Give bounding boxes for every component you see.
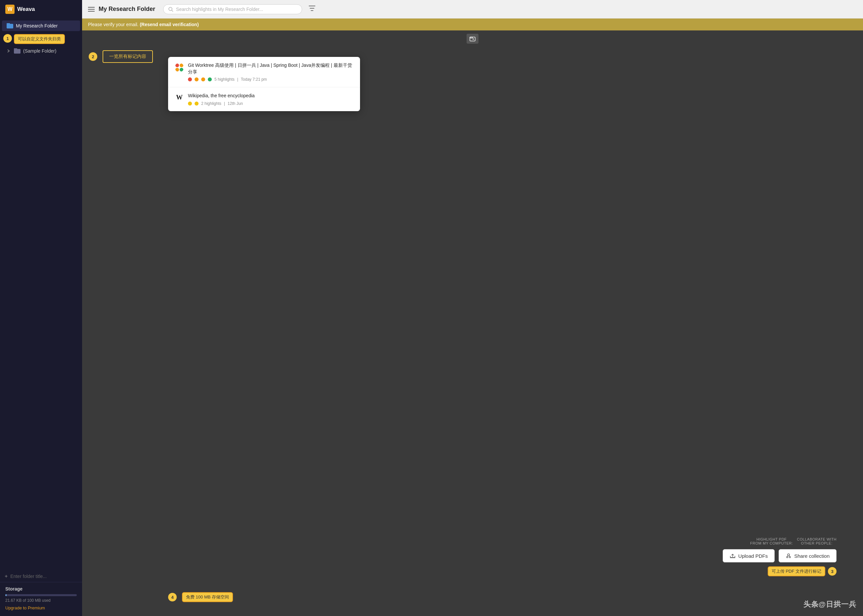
share-collection-label: Share collection: [794, 553, 830, 559]
annotation-number-3: 3: [828, 567, 836, 576]
verify-bar: Please verify your email. (Resend email …: [82, 19, 863, 30]
sidebar-header: W Weava: [0, 0, 82, 19]
svg-rect-0: [6, 24, 13, 28]
content-area: 2 一览所有标记内容 Git Worktree: [82, 30, 863, 616]
favicon-wiki: W: [175, 93, 184, 102]
card-item-header-wiki: W Wikipedia, the free encyclopedia 2 hig…: [175, 93, 354, 106]
sidebar-item-sample[interactable]: (Sample Folder): [2, 46, 80, 56]
upload-section-label: HIGHLIGHT PDF FROM MY COMPUTER:: [750, 537, 793, 545]
svg-point-4: [169, 7, 172, 11]
upload-pdfs-button[interactable]: Upload PDFs: [723, 549, 775, 563]
action-area: HIGHLIGHT PDF FROM MY COMPUTER: COLLABOR…: [723, 537, 836, 576]
verify-message: Please verify your email.: [88, 22, 140, 27]
folder-list: My Research Folder 1 可以自定义文件夹归类 (Sample …: [0, 19, 82, 571]
folder-label: My Research Folder: [16, 23, 58, 28]
upload-pdfs-label: Upload PDFs: [738, 553, 768, 559]
highlights-count-git: 5 highlights: [214, 77, 234, 82]
search-input[interactable]: [176, 6, 297, 12]
svg-line-5: [172, 10, 173, 12]
resend-verification-link[interactable]: (Resend email verification): [140, 22, 198, 27]
storage-annotation-area: 4 免费 100 MB 存储空间: [168, 592, 233, 602]
storage-label: Storage: [5, 586, 77, 591]
meta-dot-red: [188, 77, 192, 82]
svg-line-14: [789, 555, 789, 556]
svg-point-11: [786, 556, 788, 558]
favicon-git: [175, 63, 184, 72]
svg-rect-7: [470, 37, 473, 38]
dot-green: [180, 68, 183, 71]
sidebar-item-my-research[interactable]: My Research Folder: [2, 20, 80, 31]
watermark: 头条@日拱一兵: [803, 599, 857, 610]
sample-folder-label: (Sample Folder): [23, 48, 56, 53]
meta-separator-wiki: |: [224, 101, 225, 106]
dot-orange1: [180, 63, 183, 67]
annotation-number-2: 2: [89, 52, 97, 61]
annotation-1-area: 1 可以自定义文件夹归类: [3, 32, 82, 45]
share-collection-button[interactable]: Share collection: [779, 549, 836, 563]
card-meta-git: 5 highlights | Today 7:21 pm: [188, 77, 354, 82]
storage-bar-fill: [5, 594, 6, 596]
meta-dot-orange1: [195, 77, 198, 82]
annotation-bubble-3: 可上传 PDF 文件进行标记: [768, 566, 825, 576]
meta-dot-green: [208, 77, 212, 82]
add-folder-icon: [470, 36, 476, 42]
card-item-header-git: Git Worktree 高级使用 | 日拼一兵 | Java | Spring…: [175, 62, 354, 82]
app-name: Weava: [17, 6, 35, 13]
search-bar: [163, 4, 302, 14]
folder-icon: [6, 23, 13, 28]
card-meta-wiki: 2 highlights | 12th Jun: [188, 101, 255, 106]
card-time-git: Today 7:21 pm: [241, 77, 267, 82]
upgrade-link[interactable]: Upgrade to Premium: [5, 605, 45, 610]
action-buttons: Upload PDFs Share collection: [723, 549, 836, 563]
svg-point-12: [789, 556, 791, 558]
main-content: My Research Folder Please verify your em…: [82, 0, 863, 616]
svg-line-13: [788, 555, 788, 556]
topbar: My Research Folder: [82, 0, 863, 19]
annotation-number-4: 4: [168, 593, 177, 602]
annotation-bubble-1: 可以自定义文件夹归类: [14, 34, 65, 44]
meta-dot-yellow2: [195, 102, 198, 105]
svg-rect-3: [14, 48, 17, 49]
chevron-right-icon: [6, 49, 11, 53]
card-title-git: Git Worktree 高级使用 | 日拼一兵 | Java | Spring…: [188, 62, 354, 75]
page-title: My Research Folder: [99, 6, 155, 13]
svg-rect-1: [6, 23, 10, 24]
highlights-count-wiki: 2 highlights: [201, 101, 222, 106]
add-highlight-area: [82, 30, 863, 47]
filter-icon[interactable]: [309, 5, 315, 13]
svg-rect-2: [14, 49, 20, 53]
card-content-git: Git Worktree 高级使用 | 日拼一兵 | Java | Spring…: [188, 62, 354, 82]
storage-used-text: 21.67 KB of 100 MB used: [5, 598, 77, 603]
add-highlight-button[interactable]: [467, 34, 478, 44]
annotation-3-area: 可上传 PDF 文件进行标记 3: [768, 566, 836, 576]
view-all-button[interactable]: 一览所有标记内容: [102, 50, 153, 63]
weava-logo: W: [5, 5, 14, 14]
share-icon: [786, 553, 792, 559]
hamburger-button[interactable]: [88, 7, 94, 12]
upload-icon: [729, 553, 736, 559]
sidebar: W Weava My Research Folder 1 可以自定义文件夹归类 …: [0, 0, 82, 616]
card-item-wiki[interactable]: W Wikipedia, the free encyclopedia 2 hig…: [168, 87, 360, 111]
storage-bar: [5, 594, 77, 596]
dot-red: [175, 63, 179, 67]
folder-icon-sample: [14, 48, 20, 53]
meta-dot-orange2: [201, 77, 205, 82]
card-item-git[interactable]: Git Worktree 高级使用 | 日拼一兵 | Java | Spring…: [168, 57, 360, 87]
annotation-number-1: 1: [3, 34, 12, 43]
action-labels: HIGHLIGHT PDF FROM MY COMPUTER: COLLABOR…: [750, 537, 836, 545]
meta-separator: |: [237, 77, 238, 82]
dot-orange2: [175, 68, 179, 71]
collaborate-label: COLLABORATE WITH OTHER PEOPLE:: [797, 537, 836, 545]
card-title-wiki: Wikipedia, the free encyclopedia: [188, 93, 255, 99]
meta-dot-yellow1: [188, 102, 192, 105]
annotation-bubble-4: 免费 100 MB 存储空间: [182, 592, 233, 602]
card-popup: Git Worktree 高级使用 | 日拼一兵 | Java | Spring…: [168, 57, 360, 111]
add-folder-row[interactable]: +: [0, 571, 82, 582]
card-content-wiki: Wikipedia, the free encyclopedia 2 highl…: [188, 93, 255, 106]
folder-title-input[interactable]: [10, 574, 77, 579]
plus-icon: +: [5, 573, 8, 579]
search-icon: [168, 6, 173, 12]
storage-section: Storage 21.67 KB of 100 MB used Upgrade …: [0, 582, 82, 616]
card-time-wiki: 12th Jun: [228, 101, 243, 106]
